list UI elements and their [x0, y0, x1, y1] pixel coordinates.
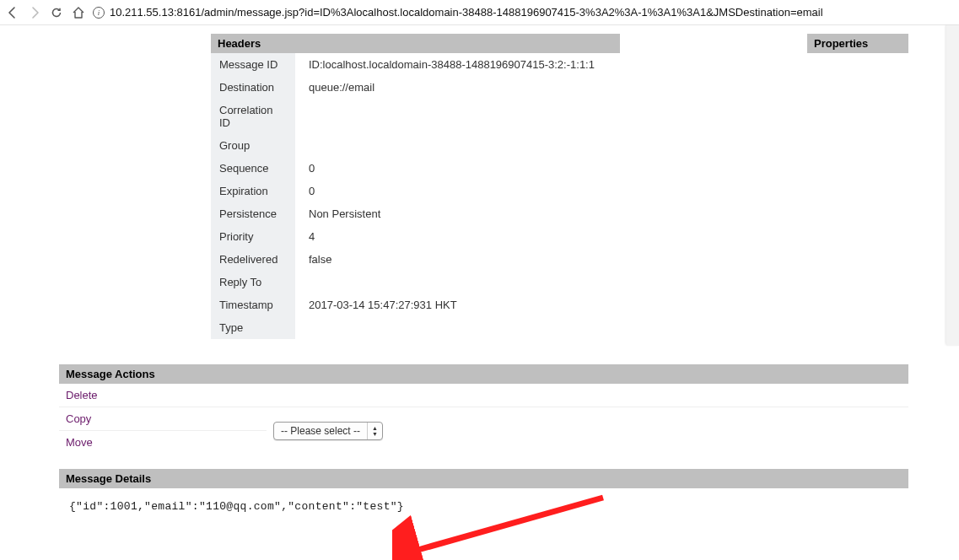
header-value: 4: [295, 225, 616, 248]
message-actions-table: Delete Copy -- Please select -- ▲▼ Move: [59, 384, 908, 454]
header-label: Expiration: [211, 180, 295, 202]
header-value: [295, 134, 616, 157]
header-label: Priority: [211, 225, 295, 248]
header-value: false: [295, 248, 616, 271]
header-label: Correlation ID: [211, 99, 295, 134]
table-row: Reply To: [211, 271, 616, 293]
table-row: Correlation ID: [211, 99, 616, 134]
destination-select-value: -- Please select --: [274, 425, 367, 437]
table-row: Sequence0: [211, 157, 616, 180]
properties-section-title: Properties: [807, 34, 908, 53]
table-row: Expiration0: [211, 180, 616, 202]
header-value: queue://email: [295, 76, 616, 99]
header-value: ID:localhost.localdomain-38488-148819690…: [295, 53, 616, 76]
message-details-title: Message Details: [59, 469, 908, 488]
table-row: Destinationqueue://email: [211, 76, 616, 99]
header-value: Non Persistent: [295, 202, 616, 225]
table-row: Priority4: [211, 225, 616, 248]
copy-link[interactable]: Copy: [66, 412, 260, 425]
message-body: {"id":1001,"email":"110@qq.com","content…: [59, 488, 908, 525]
back-button[interactable]: [5, 5, 20, 20]
header-label: Group: [211, 134, 295, 157]
destination-select[interactable]: -- Please select -- ▲▼: [273, 422, 383, 440]
table-row: Timestamp2017-03-14 15:47:27:931 HKT: [211, 293, 616, 316]
header-value: [295, 316, 616, 339]
header-value: 0: [295, 180, 616, 202]
table-row: PersistenceNon Persistent: [211, 202, 616, 225]
header-label: Reply To: [211, 271, 295, 293]
home-button[interactable]: [71, 5, 86, 20]
header-value: 2017-03-14 15:47:27:931 HKT: [295, 293, 616, 316]
header-label: Type: [211, 316, 295, 339]
header-value: 0: [295, 157, 616, 180]
delete-link[interactable]: Delete: [66, 389, 260, 401]
chevron-up-down-icon: ▲▼: [367, 423, 382, 439]
header-label: Sequence: [211, 157, 295, 180]
header-label: Destination: [211, 76, 295, 99]
header-value: [295, 271, 616, 293]
table-row: Type: [211, 316, 616, 339]
message-actions-title: Message Actions: [59, 364, 908, 384]
page-content: Headers Properties Message IDID:localhos…: [0, 25, 959, 541]
header-label: Persistence: [211, 202, 295, 225]
forward-button[interactable]: [27, 5, 42, 20]
table-row: Redeliveredfalse: [211, 248, 616, 271]
header-value: [295, 99, 616, 134]
url-text: 10.211.55.13:8161/admin/message.jsp?id=I…: [110, 6, 823, 19]
browser-toolbar: i 10.211.55.13:8161/admin/message.jsp?id…: [0, 0, 959, 25]
headers-section-title: Headers: [211, 34, 620, 53]
header-label: Redelivered: [211, 248, 295, 271]
headers-table: Message IDID:localhost.localdomain-38488…: [211, 53, 616, 339]
header-label: Message ID: [211, 53, 295, 76]
table-row: Group: [211, 134, 616, 157]
move-link[interactable]: Move: [66, 436, 260, 449]
site-info-icon[interactable]: i: [93, 7, 105, 19]
address-bar[interactable]: i 10.211.55.13:8161/admin/message.jsp?id…: [93, 6, 954, 19]
header-label: Timestamp: [211, 293, 295, 316]
reload-button[interactable]: [49, 5, 64, 20]
table-row: Message IDID:localhost.localdomain-38488…: [211, 53, 616, 76]
